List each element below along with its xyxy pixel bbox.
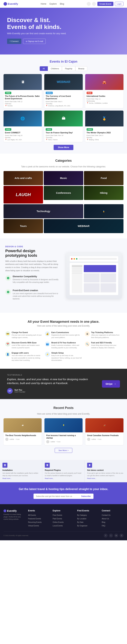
footer-brand: Eventify bbox=[4, 510, 25, 512]
tab-all[interactable]: All bbox=[40, 66, 48, 71]
mock-sidebar-item bbox=[72, 272, 82, 274]
tab-beauty[interactable]: Beauty bbox=[75, 66, 87, 71]
ticketing-desc: Allow your organizers to sell tickets fr… bbox=[91, 334, 122, 339]
event-image: 🎪 bbox=[85, 74, 124, 90]
category-comedy[interactable]: LAUGH bbox=[4, 186, 43, 204]
footer-link[interactable]: Virtual Events bbox=[28, 525, 39, 527]
category-webinar[interactable]: WEBINAR bbox=[44, 219, 124, 233]
bell-icon[interactable] bbox=[87, 2, 91, 6]
newsletter-input[interactable] bbox=[34, 494, 78, 499]
footer-col-explore: Explore Free Events Paid Events Online E… bbox=[52, 510, 74, 528]
feature-frontend: Front-End Event creation Let your event … bbox=[5, 289, 61, 303]
event-date: Event Start Date: Dec 5 bbox=[86, 134, 122, 136]
footer-col-events: Events All Events Featured Events Recurr… bbox=[28, 510, 50, 528]
posts-title: Recent Posts bbox=[4, 406, 124, 410]
newsletter-submit-button[interactable]: Subscribe bbox=[78, 494, 94, 499]
demo-icon bbox=[87, 463, 92, 468]
create-event-button[interactable]: Create Event bbox=[97, 2, 114, 6]
category-conferences[interactable]: Conferences bbox=[44, 186, 83, 200]
events-tabs: All Childrens Flagship Beauty bbox=[4, 66, 124, 71]
features-text: Design & code Powerful design prototypin… bbox=[5, 246, 61, 306]
footer-link[interactable]: By Date bbox=[77, 521, 84, 523]
discover-title: Discover Events With Ease bbox=[12, 342, 42, 344]
category-label: LAUGH bbox=[4, 186, 43, 204]
categories-section: Categories Take a peek at the awesome ev… bbox=[0, 154, 127, 238]
footer-link[interactable]: Featured Events bbox=[28, 518, 41, 520]
bottom-card-installation: Installation Get started with the instal… bbox=[0, 460, 42, 482]
features-eyebrow: Design & code bbox=[5, 246, 61, 248]
commissions-title: Earn Commissions bbox=[51, 331, 82, 334]
see-more-button[interactable]: See More > bbox=[55, 448, 72, 453]
tab-childrens[interactable]: Childrens bbox=[48, 66, 62, 71]
event-location: 📍 Toronto bbox=[5, 105, 40, 107]
demo-title: Get demo content bbox=[87, 469, 124, 471]
footer-link[interactable]: Online Events bbox=[52, 521, 64, 523]
twitter-icon[interactable]: t bbox=[109, 534, 113, 538]
show-more-button[interactable]: Show More bbox=[54, 145, 74, 150]
feature-setup: ⚡ Simple Setup Easy to set up and easy t… bbox=[45, 352, 82, 362]
setup-title: Simple Setup bbox=[51, 352, 82, 354]
tab-flagship[interactable]: Flagship bbox=[62, 66, 75, 71]
fb-connect-button[interactable]: f Connect bbox=[7, 38, 21, 44]
category-label: Hiking bbox=[84, 186, 124, 200]
events-section: Events in El Cajon All Childrens Flagshi… bbox=[0, 54, 127, 154]
feature-elementor: Elementor Compatibility Elementor is lov… bbox=[5, 275, 61, 287]
footer-col-title: Find Events bbox=[77, 510, 99, 512]
footer-col-title: Events bbox=[28, 510, 50, 512]
installation-icon bbox=[2, 463, 8, 468]
footer-link[interactable]: Paid Events bbox=[52, 518, 62, 520]
mock-sidebar-item bbox=[72, 270, 82, 272]
testimonial-section: TESTIMONIALS Explore, iterate, and test … bbox=[0, 369, 127, 399]
nav-blog[interactable]: Blog bbox=[60, 3, 64, 5]
facebook-icon[interactable]: f bbox=[104, 534, 108, 538]
post-author: Author bbox=[91, 438, 96, 440]
category-label: Technology bbox=[4, 204, 83, 218]
footer-link[interactable]: By Organizer bbox=[77, 525, 88, 527]
login-button[interactable]: Login bbox=[115, 2, 124, 6]
footer-link[interactable]: Contact Us bbox=[102, 514, 110, 516]
footer-link[interactable]: FAQ bbox=[102, 525, 105, 527]
post-author: Author bbox=[10, 438, 14, 440]
email-signup-button[interactable]: or Signup via E-mail bbox=[23, 38, 46, 44]
all-in-one-section: All your Event Management needs in one p… bbox=[0, 313, 127, 369]
footer-link[interactable]: By Location bbox=[77, 518, 86, 520]
post-date: • Date bbox=[15, 438, 20, 440]
footer-link[interactable]: About Us bbox=[102, 518, 109, 520]
category-technology[interactable]: Technology bbox=[4, 204, 83, 218]
category-sports[interactable]: 🏅 bbox=[84, 204, 124, 218]
event-title: The Winter Olympics 2022 bbox=[86, 131, 122, 134]
footer-col-title: Connect bbox=[102, 510, 124, 512]
mock-card bbox=[100, 274, 116, 282]
footer-link[interactable]: By Category bbox=[77, 514, 87, 516]
footer-link[interactable]: Free Events bbox=[52, 514, 62, 516]
nav-home[interactable]: Home bbox=[41, 3, 46, 5]
footer: Eventify Eventify is a event listing plu… bbox=[0, 504, 127, 540]
footer-link[interactable]: Local Events bbox=[52, 525, 62, 527]
footer-link[interactable]: Blog bbox=[102, 521, 105, 523]
plugins-link[interactable]: Read more... bbox=[45, 478, 54, 479]
avatar[interactable] bbox=[92, 2, 96, 6]
mock-dot-yellow bbox=[74, 258, 75, 260]
mock-card bbox=[84, 274, 100, 282]
event-card: 🎪 PAID International Confex Event Start:… bbox=[85, 74, 124, 108]
footer-link[interactable]: Recurring Events bbox=[28, 521, 42, 523]
installation-link[interactable]: Read more... bbox=[2, 478, 12, 479]
instagram-icon[interactable]: in bbox=[114, 534, 118, 538]
footer-link[interactable]: All Events bbox=[28, 514, 36, 516]
category-arts[interactable]: Arts and crafts bbox=[4, 171, 43, 185]
category-hiking[interactable]: Hiking bbox=[84, 186, 124, 200]
main-nav: Home Explore Blog bbox=[41, 3, 64, 5]
event-location: 📍 ExCeL, Exhibition, London bbox=[86, 102, 122, 104]
nav-explore[interactable]: Explore bbox=[50, 3, 57, 5]
footer-social: f t in li bbox=[104, 534, 124, 538]
header-actions: Create Event Login bbox=[87, 2, 124, 6]
category-music[interactable]: Music bbox=[44, 171, 83, 185]
events-grid: 🖥 FREE The Future of In-Person Events: S… bbox=[4, 74, 124, 142]
category-tours[interactable]: Tours bbox=[4, 219, 43, 233]
category-food[interactable]: Food bbox=[84, 171, 124, 185]
post-image: 🏙 bbox=[4, 418, 42, 432]
demo-link[interactable]: Read more... bbox=[87, 478, 96, 479]
stripe-badge[interactable]: Stripe → bbox=[102, 380, 120, 388]
post-date: • Date bbox=[56, 441, 61, 442]
linkedin-icon[interactable]: li bbox=[120, 534, 124, 538]
